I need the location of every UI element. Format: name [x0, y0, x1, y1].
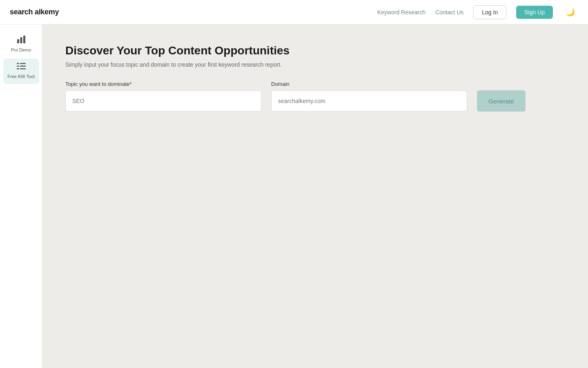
domain-input[interactable] [271, 90, 467, 112]
list-icon [17, 63, 26, 72]
svg-rect-2 [23, 36, 25, 43]
page-subtitle: Simply input your focus topic and domain… [65, 61, 565, 68]
signup-button[interactable]: Sign Up [516, 6, 553, 19]
generate-button[interactable]: Generate [477, 90, 526, 112]
svg-rect-0 [17, 39, 19, 43]
login-button[interactable]: Log In [473, 5, 506, 19]
sidebar: Pro Demo Free KW Tool [0, 25, 42, 368]
main-content: Discover Your Top Content Opportunities … [42, 25, 588, 368]
contact-us-link[interactable]: Contact Us [435, 9, 463, 16]
domain-label: Domain [271, 81, 467, 87]
page-title: Discover Your Top Content Opportunities [65, 44, 565, 57]
sidebar-free-kw-tool-label: Free KW Tool [7, 74, 34, 79]
svg-rect-3 [17, 63, 19, 64]
keyword-research-link[interactable]: Keyword Research [377, 9, 425, 16]
sidebar-pro-demo-label: Pro Demo [11, 47, 31, 53]
domain-form-group: Domain [271, 81, 467, 112]
topic-label: Topic you want to dominate* [65, 81, 261, 87]
navbar: search alkemy Keyword Research Contact U… [0, 0, 588, 25]
logo: search alkemy [10, 8, 59, 16]
dark-mode-button[interactable]: 🌙 [563, 6, 578, 18]
main-layout: Pro Demo Free KW Tool Discover Your Top … [0, 25, 588, 368]
svg-rect-8 [20, 68, 26, 70]
svg-rect-5 [17, 66, 19, 67]
form-row: Topic you want to dominate* Domain Gener… [65, 81, 565, 112]
navbar-right: Keyword Research Contact Us Log In Sign … [377, 5, 578, 19]
topic-input[interactable] [65, 90, 261, 112]
svg-rect-1 [20, 37, 22, 43]
svg-rect-4 [20, 63, 26, 64]
sidebar-item-pro-demo[interactable]: Pro Demo [3, 31, 39, 57]
bar-chart-icon [16, 35, 26, 45]
svg-rect-6 [20, 66, 26, 67]
topic-form-group: Topic you want to dominate* [65, 81, 261, 112]
sidebar-item-free-kw-tool[interactable]: Free KW Tool [3, 58, 39, 83]
svg-rect-7 [17, 68, 19, 70]
